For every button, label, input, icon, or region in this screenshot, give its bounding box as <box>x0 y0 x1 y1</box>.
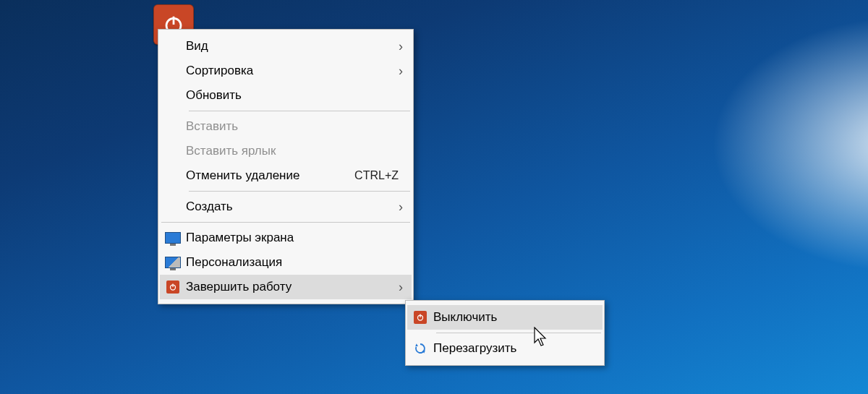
submenu-item-power-off[interactable]: Выключить <box>407 305 603 330</box>
chevron-right-icon: › <box>388 39 404 54</box>
submenu-item-label: Перезагрузить <box>433 341 516 356</box>
menu-item-label: Сортировка <box>186 64 253 78</box>
menu-item-paste-shortcut: Вставить ярлык <box>160 139 412 163</box>
desktop[interactable]: Вы Вид › Сортировка › Обновить Вставить <box>0 0 868 394</box>
menu-item-label: Персонализация <box>186 255 282 270</box>
menu-item-refresh[interactable]: Обновить <box>160 83 412 108</box>
submenu-item-label: Выключить <box>433 310 497 325</box>
menu-item-label: Обновить <box>186 88 242 103</box>
power-icon <box>166 280 179 294</box>
restart-icon <box>414 342 427 355</box>
chevron-right-icon: › <box>388 200 404 215</box>
menu-item-label: Создать <box>186 200 233 214</box>
shutdown-submenu: Выключить Перезагрузить <box>405 300 605 366</box>
submenu-item-restart[interactable]: Перезагрузить <box>407 336 603 361</box>
desktop-context-menu: Вид › Сортировка › Обновить Вставить Вст… <box>158 29 414 304</box>
menu-item-label: Завершить работу <box>186 280 292 294</box>
chevron-right-icon: › <box>388 64 404 79</box>
menu-separator <box>161 222 410 223</box>
menu-item-display-settings[interactable]: Параметры экрана <box>160 226 412 250</box>
menu-item-personalize[interactable]: Персонализация <box>160 250 412 275</box>
menu-separator <box>189 191 410 192</box>
menu-item-view[interactable]: Вид › <box>160 34 412 59</box>
menu-item-new[interactable]: Создать › <box>160 194 412 219</box>
chevron-right-icon: › <box>388 280 404 295</box>
personalization-icon <box>165 257 181 268</box>
menu-item-label: Вставить ярлык <box>186 144 276 158</box>
power-icon <box>414 311 427 324</box>
menu-item-undo-delete[interactable]: Отменить удаление CTRL+Z <box>160 163 412 188</box>
menu-item-shortcut: CTRL+Z <box>354 169 404 182</box>
menu-separator <box>189 111 410 111</box>
menu-item-shutdown[interactable]: Завершить работу › <box>160 275 412 299</box>
menu-item-label: Параметры экрана <box>186 231 294 245</box>
menu-item-label: Отменить удаление <box>186 168 299 183</box>
menu-item-label: Вставить <box>186 119 238 134</box>
menu-item-sort[interactable]: Сортировка › <box>160 59 412 83</box>
menu-item-label: Вид <box>186 39 208 53</box>
svg-marker-6 <box>415 343 418 346</box>
menu-separator <box>436 333 601 333</box>
menu-item-paste: Вставить <box>160 114 412 139</box>
display-settings-icon <box>165 232 181 244</box>
